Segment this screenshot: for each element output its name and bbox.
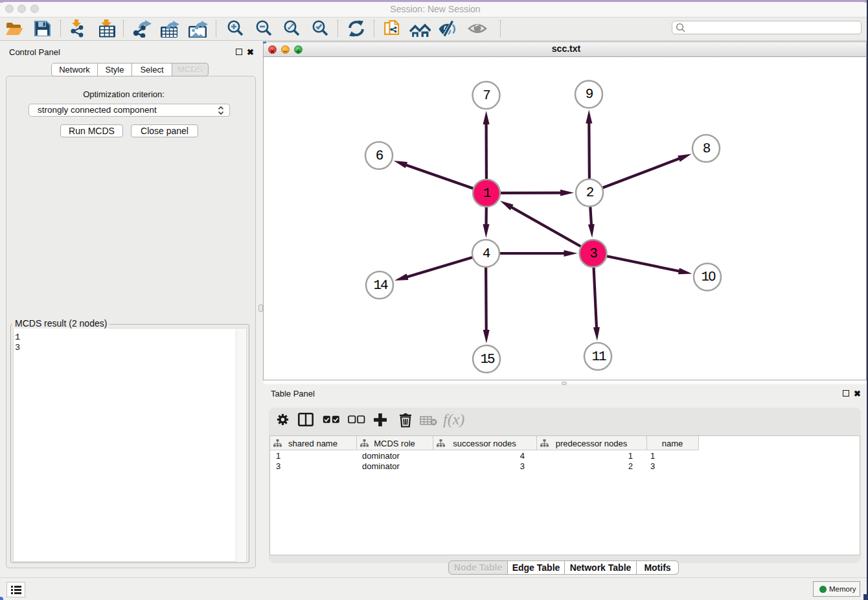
svg-text:14: 14 [373,279,388,294]
svg-text:15: 15 [480,352,495,367]
svg-text:6: 6 [376,149,383,164]
svg-text:9: 9 [586,87,593,102]
svg-text:8: 8 [703,142,711,157]
svg-text:7: 7 [483,89,490,104]
svg-text:3: 3 [589,247,597,262]
svg-text:2: 2 [586,186,594,201]
svg-text:10: 10 [701,270,716,285]
svg-text:11: 11 [591,350,606,365]
svg-text:1: 1 [483,187,491,202]
svg-text:4: 4 [483,247,490,262]
